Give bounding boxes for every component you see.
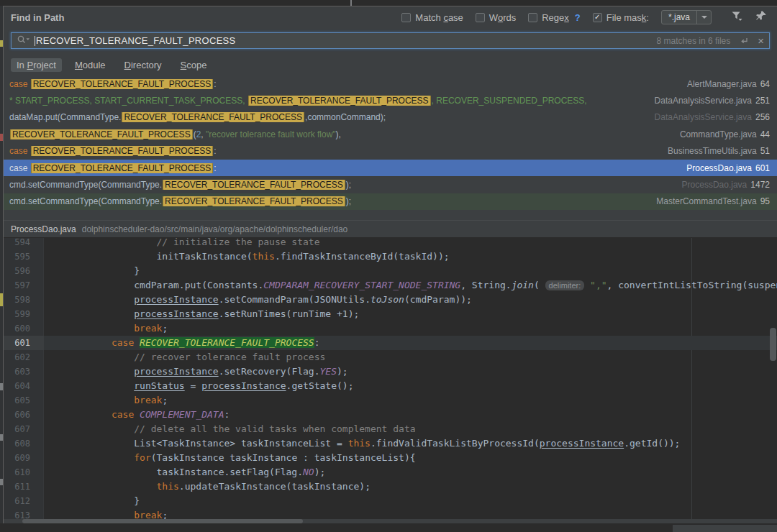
result-row[interactable]: dataMap.put(CommandType.RECOVER_TOLERANC…	[4, 109, 777, 126]
result-row[interactable]: * START_PROCESS, START_CURRENT_TASK_PROC…	[4, 92, 777, 109]
results-list: case RECOVER_TOLERANCE_FAULT_PROCESS:Ale…	[4, 75, 777, 211]
search-icon[interactable]	[17, 35, 30, 47]
code-preview-editor[interactable]: 594 // initialize the pause state595 ini…	[4, 238, 777, 519]
code-text: cmdParam.put(Constants.CMDPARAM_RECOVERY…	[44, 278, 777, 293]
code-text: runStatus = processInstance.getState();	[44, 379, 777, 393]
search-input[interactable]: RECOVER_TOLERANCE_FAULT_PROCESS 8 matche…	[11, 32, 770, 49]
code-line[interactable]: 609 for(TaskInstance taskInstance : task…	[4, 451, 777, 465]
horizontal-scrollbar[interactable]	[22, 519, 303, 523]
result-row[interactable]: case RECOVER_TOLERANCE_FAULT_PROCESS:Bus…	[4, 143, 777, 160]
result-line-text: case RECOVER_TOLERANCE_FAULT_PROCESS:	[9, 163, 678, 173]
file-mask-checkbox[interactable]	[593, 13, 602, 22]
close-icon[interactable]: ×	[758, 35, 764, 46]
chevron-down-icon[interactable]	[696, 11, 711, 24]
result-line-text: cmd.setCommandType(CommandType.RECOVER_T…	[9, 196, 648, 206]
file-mask-value: *.java	[662, 11, 696, 24]
code-text: for(TaskInstance taskInstance : taskInst…	[44, 451, 777, 465]
code-line[interactable]: 598 processInstance.setCommandParam(JSON…	[4, 293, 777, 307]
line-number: 597	[4, 278, 44, 293]
match-case-option[interactable]: Match case	[401, 12, 463, 23]
find-in-path-dialog: Find in Path Match case Words Regex ? Fi…	[3, 6, 777, 523]
result-line-text: * START_PROCESS, START_CURRENT_TASK_PROC…	[9, 96, 646, 106]
code-line[interactable]: 612 }	[4, 494, 777, 508]
text-caret	[35, 36, 35, 46]
regex-option[interactable]: Regex ?	[528, 12, 581, 23]
line-number: 607	[4, 422, 44, 436]
file-mask-option[interactable]: File mask:	[593, 12, 649, 23]
scope-tab[interactable]: Module	[69, 58, 112, 72]
code-line[interactable]: 610 taskInstance.setFlag(Flag.NO);	[4, 465, 777, 480]
code-line[interactable]: 602 // recover tolerance fault process	[4, 350, 777, 364]
match-case-checkbox[interactable]	[401, 13, 411, 22]
result-file-reference: DataAnalysisService.java251	[655, 96, 770, 106]
match-highlight: RECOVER_TOLERANCE_FAULT_PROCESS	[31, 79, 214, 89]
code-text: this.updateTaskInstance(taskInstance);	[44, 480, 777, 494]
match-highlight: RECOVER_TOLERANCE_FAULT_PROCESS	[31, 146, 214, 156]
line-number: 604	[4, 379, 44, 393]
words-checkbox[interactable]	[476, 13, 485, 22]
code-line[interactable]: 595 initTaskInstance(this.findTaskInstan…	[4, 249, 777, 264]
result-file-reference: ProcessDao.java1472	[682, 180, 770, 190]
words-option[interactable]: Words	[476, 12, 516, 23]
line-number: 594	[4, 238, 44, 249]
line-number: 612	[4, 494, 44, 508]
result-row[interactable]: case RECOVER_TOLERANCE_FAULT_PROCESS:Pro…	[4, 160, 777, 176]
code-line[interactable]: 597 cmdParam.put(Constants.CMDPARAM_RECO…	[4, 278, 777, 293]
scope-tab[interactable]: In Project	[11, 58, 62, 72]
line-number: 596	[4, 264, 44, 278]
match-highlight: RECOVER_TOLERANCE_FAULT_PROCESS	[163, 180, 345, 190]
result-row[interactable]: cmd.setCommandType(CommandType.RECOVER_T…	[4, 193, 777, 210]
match-highlight: RECOVER_TOLERANCE_FAULT_PROCESS	[163, 196, 345, 206]
match-highlight: RECOVER_TOLERANCE_FAULT_PROCESS	[10, 129, 193, 139]
code-text: taskInstance.setFlag(Flag.NO);	[44, 465, 777, 480]
newline-icon[interactable]	[739, 37, 749, 45]
code-text: case COMPLEMENT_DATA:	[44, 408, 777, 422]
code-line[interactable]: 603 processInstance.setRecovery(Flag.YES…	[4, 364, 777, 379]
code-text: processInstance.setCommandParam(JSONUtil…	[44, 293, 777, 307]
code-line[interactable]: 596 }	[4, 264, 777, 278]
regex-checkbox[interactable]	[528, 13, 537, 22]
code-text: break;	[44, 393, 777, 408]
result-line-text: case RECOVER_TOLERANCE_FAULT_PROCESS:	[9, 146, 659, 156]
result-row[interactable]: RECOVER_TOLERANCE_FAULT_PROCESS(2, "reco…	[4, 126, 777, 142]
preview-file-directory: dolphinscheduler-dao/src/main/java/org/a…	[82, 224, 348, 234]
parameter-hint-badge: delimiter:	[545, 280, 585, 290]
search-options: Match case Words Regex ? File mask: *.ja…	[401, 10, 768, 24]
result-file-reference: CommandType.java44	[680, 129, 770, 139]
code-line[interactable]: 604 runStatus = processInstance.getState…	[4, 379, 777, 393]
result-file-reference: DataAnalysisService.java256	[655, 112, 770, 122]
code-text: // initialize the pause state	[44, 238, 777, 249]
scope-tab[interactable]: Directory	[119, 58, 168, 72]
line-number: 601	[4, 336, 44, 350]
vertical-scrollbar[interactable]	[770, 328, 776, 361]
line-number: 608	[4, 436, 44, 451]
result-line-text: RECOVER_TOLERANCE_FAULT_PROCESS(2, "reco…	[9, 129, 671, 139]
result-file-reference: AlertManager.java64	[687, 79, 770, 89]
code-line[interactable]: 611 this.updateTaskInstance(taskInstance…	[4, 480, 777, 494]
code-line[interactable]: 606 case COMPLEMENT_DATA:	[4, 408, 777, 422]
code-line[interactable]: 601 case RECOVER_TOLERANCE_FAULT_PROCESS…	[4, 336, 777, 350]
code-line[interactable]: 607 // delete all the valid tasks when c…	[4, 422, 777, 436]
code-text: break;	[44, 508, 777, 519]
code-line[interactable]: 599 processInstance.setRunTimes(runTime …	[4, 307, 777, 321]
filter-icon[interactable]	[731, 10, 742, 24]
code-text: // delete all the valid tasks when compl…	[44, 422, 777, 436]
code-line[interactable]: 608 List<TaskInstance> taskInstanceList …	[4, 436, 777, 451]
code-line[interactable]: 600 break;	[4, 321, 777, 336]
pin-icon[interactable]	[755, 10, 767, 24]
result-row[interactable]: cmd.setCommandType(CommandType.RECOVER_T…	[4, 176, 777, 193]
preview-file-name: ProcessDao.java	[11, 224, 76, 234]
header-tool-icons	[731, 10, 767, 24]
scope-tabs: In ProjectModuleDirectoryScope	[11, 57, 212, 73]
result-file-reference: BusinessTimeUtils.java51	[668, 146, 770, 156]
code-line[interactable]: 594 // initialize the pause state	[4, 238, 777, 249]
file-mask-combobox[interactable]: *.java	[661, 10, 712, 24]
code-line[interactable]: 605 break;	[4, 393, 777, 408]
result-row[interactable]: case RECOVER_TOLERANCE_FAULT_PROCESS:Ale…	[4, 75, 777, 92]
code-line[interactable]: 613 break;	[4, 508, 777, 519]
result-file-reference: MasterCommandTest.java95	[656, 196, 770, 206]
regex-help-icon[interactable]: ?	[575, 12, 581, 23]
code-text: initTaskInstance(this.findTaskInstanceBy…	[44, 249, 777, 264]
match-highlight: RECOVER_TOLERANCE_FAULT_PROCESS	[31, 163, 214, 173]
scope-tab[interactable]: Scope	[175, 58, 213, 72]
